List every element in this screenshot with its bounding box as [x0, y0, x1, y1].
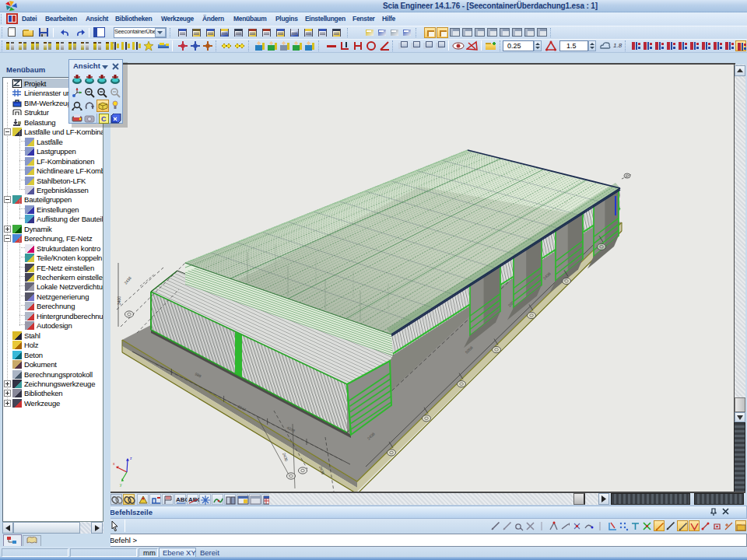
svg-text:C: C [101, 115, 107, 123]
svg-text:ABC: ABC [176, 496, 187, 503]
svg-text:3400: 3400 [117, 296, 121, 305]
